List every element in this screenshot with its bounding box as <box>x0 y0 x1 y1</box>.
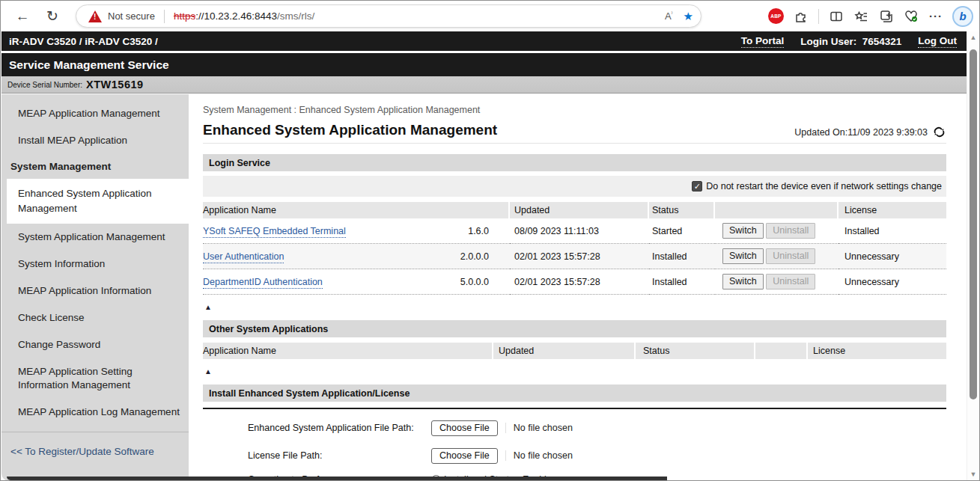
app-status: Started <box>649 218 715 244</box>
log-out-link[interactable]: Log Out <box>918 35 957 48</box>
sidebar-item-meap-application-information[interactable]: MEAP Application Information <box>1 278 189 304</box>
divider <box>164 10 165 23</box>
no-restart-checkbox-label: Do not restart the device even if networ… <box>706 181 942 192</box>
column-header-status: Status <box>636 343 755 359</box>
scrollbar-down-icon[interactable]: ▼ <box>969 471 978 478</box>
bottom-frame-edge <box>7 477 667 480</box>
url-text[interactable]: https://10.23.2.46:8443/sms/rls/ <box>174 10 314 22</box>
browser-essentials-icon[interactable] <box>904 9 919 24</box>
read-aloud-icon[interactable]: A⁾ <box>665 10 673 22</box>
sidebar-item-check-license[interactable]: Check License <box>1 304 189 331</box>
bing-icon[interactable]: b <box>952 6 973 27</box>
security-label[interactable]: Not secure <box>108 10 155 22</box>
choose-file-button-license[interactable]: Choose File <box>431 448 498 464</box>
sidebar-item-meap-application-management[interactable]: MEAP Application Management <box>1 100 189 127</box>
main-content: System Management : Enhanced System Appl… <box>189 94 967 481</box>
column-header-updated: Updated <box>493 343 636 359</box>
column-header-blank <box>755 343 808 359</box>
login-user-value: 7654321 <box>862 36 902 47</box>
file-status-esa: No file chosen <box>505 423 573 433</box>
browser-window: ← ↻ ! Not secure https://10.23.2.46:8443… <box>0 0 980 481</box>
app-link[interactable]: User Authentication <box>203 251 284 263</box>
app-license: Unnecessary <box>839 269 946 295</box>
app-updated: 08/09 2023 11:11:03 <box>510 218 649 244</box>
divider <box>818 9 819 24</box>
column-header-updated: Updated <box>510 202 649 218</box>
vertical-scrollbar[interactable]: ▲ ▼ <box>967 31 979 481</box>
column-header-license: License <box>839 202 946 218</box>
sidebar-item-change-password[interactable]: Change Password <box>1 331 189 358</box>
sidebar-item-install-meap-application[interactable]: Install MEAP Application <box>1 127 189 154</box>
back-icon[interactable]: ← <box>10 4 35 29</box>
sidebar-item-meap-application-log-management[interactable]: MEAP Application Log Management <box>1 399 189 426</box>
sidebar-section-system-management: System Management <box>1 154 189 179</box>
extensions-icon[interactable] <box>794 9 809 24</box>
file-status-license: No file chosen <box>505 450 573 461</box>
switch-button[interactable]: Switch <box>722 274 764 289</box>
more-menu-icon[interactable]: ··· <box>929 10 943 22</box>
device-path: iR-ADV C3520 / iR-ADV C3520 / <box>9 36 158 47</box>
url-host: ://10.23.2.46:8443 <box>195 10 277 22</box>
other-system-applications-header: Other System Applications <box>203 320 946 337</box>
breadcrumb: System Management : Enhanced System Appl… <box>203 94 946 115</box>
sidebar-item-system-information[interactable]: System Information <box>1 251 189 278</box>
login-service-table: Application Name Updated Status License … <box>203 202 946 295</box>
sidebar-item-enhanced-system-application-management[interactable]: Enhanced System Application Management <box>7 179 189 224</box>
column-header-license: License <box>808 343 946 359</box>
no-restart-checkbox[interactable]: ✓ <box>692 181 702 192</box>
column-header-status: Status <box>649 202 715 218</box>
back-to-top-icon[interactable]: ▲ <box>204 299 212 313</box>
app-status: Installed <box>649 244 715 269</box>
uninstall-button[interactable]: Uninstall <box>766 223 815 239</box>
split-screen-icon[interactable] <box>829 9 844 24</box>
switch-button[interactable]: Switch <box>722 248 764 264</box>
switch-button[interactable]: Switch <box>722 223 764 239</box>
table-row: User Authentication2.0.0.0 02/01 2023 15… <box>203 244 946 269</box>
column-header-application-name: Application Name <box>203 343 493 359</box>
url-path: /sms/rls/ <box>277 10 314 22</box>
esa-file-path-label: Enhanced System Application File Path: <box>203 423 431 433</box>
login-user: Login User: 7654321 <box>800 36 901 47</box>
scrollbar-up-icon[interactable]: ▲ <box>969 34 978 41</box>
favorite-star-icon[interactable]: ★ <box>684 10 693 23</box>
column-header-actions <box>715 202 839 218</box>
collections-icon[interactable] <box>853 9 869 24</box>
sidebar-item-meap-application-setting-information-management[interactable]: MEAP Application Setting Information Man… <box>1 358 166 399</box>
other-applications-table: Application Name Updated Status License <box>203 343 946 359</box>
to-portal-link[interactable]: To Portal <box>741 35 785 48</box>
app-link[interactable]: DepartmentID Authentication <box>203 277 323 289</box>
column-header-application-name: Application Name <box>203 202 510 218</box>
choose-file-button-esa[interactable]: Choose File <box>431 420 498 436</box>
to-register-update-software-link[interactable]: << To Register/Update Software <box>1 440 189 463</box>
address-bar[interactable]: ! Not secure https://10.23.2.46:8443/sms… <box>76 4 701 28</box>
sidebar-divider <box>1 432 189 432</box>
sidebar: MEAP Application Management Install MEAP… <box>1 94 189 481</box>
back-to-top-icon[interactable]: ▲ <box>204 364 212 377</box>
app-status: Installed <box>649 269 715 295</box>
app-version: 2.0.0.0 <box>460 251 510 262</box>
app-version: 5.0.0.0 <box>460 277 510 287</box>
updated-on-text: Updated On:11/09 2023 9:39:03 <box>794 127 928 138</box>
uninstall-button[interactable]: Uninstall <box>766 274 815 289</box>
app-version: 1.6.0 <box>468 226 510 236</box>
table-row: DepartmentID Authentication5.0.0.0 02/01… <box>203 269 946 295</box>
tab-copy-icon[interactable] <box>879 9 894 24</box>
table-row: YSoft SAFEQ Embedded Terminal1.6.0 08/09… <box>203 218 946 244</box>
app-link[interactable]: YSoft SAFEQ Embedded Terminal <box>203 226 346 238</box>
adblock-icon[interactable]: ABP <box>768 8 784 24</box>
uninstall-button[interactable]: Uninstall <box>766 248 815 264</box>
install-section-header: Install Enhanced System Application/Lice… <box>203 385 946 402</box>
serial-label: Device Serial Number: <box>7 81 82 89</box>
app-updated: 02/01 2023 15:57:28 <box>510 269 649 295</box>
refresh-icon[interactable]: ↻ <box>40 4 65 29</box>
service-title-bar: Service Management Service <box>1 53 967 76</box>
refresh-page-icon[interactable] <box>932 126 946 138</box>
app-license: Unnecessary <box>839 244 946 269</box>
app-license: Installed <box>839 218 946 244</box>
page-title: Enhanced System Application Management <box>203 122 497 138</box>
sidebar-item-system-application-management[interactable]: System Application Management <box>1 224 189 251</box>
device-header-bar: iR-ADV C3520 / iR-ADV C3520 / To Portal … <box>1 31 967 51</box>
scrollbar-thumb[interactable] <box>970 49 977 399</box>
app-updated: 02/01 2023 15:57:28 <box>510 244 649 269</box>
url-scheme: https <box>174 10 195 22</box>
